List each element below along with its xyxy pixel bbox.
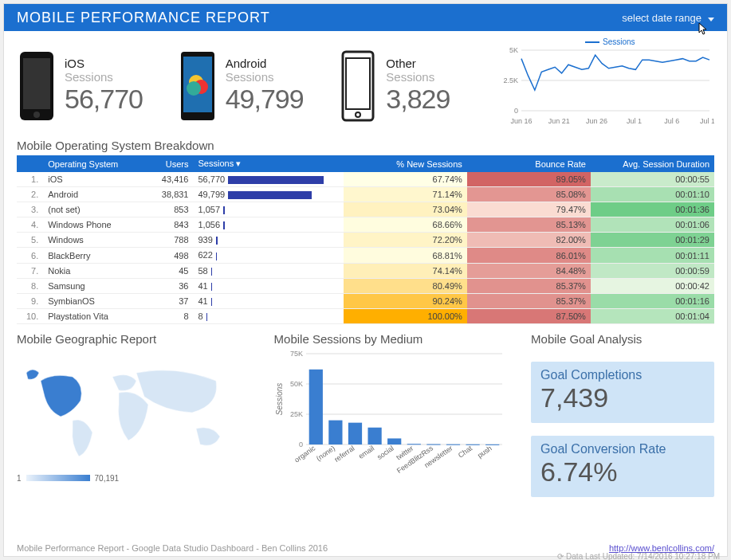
footer-text: Mobile Performance Report - Google Data … [17, 543, 328, 553]
svg-text:Jun 16: Jun 16 [511, 117, 533, 125]
stat-android: Android Sessions 49,799 [178, 41, 331, 131]
goals-title: Mobile Goal Analysis [531, 327, 714, 349]
table-row[interactable]: 1.iOS43,41656,77067.74%89.05%00:00:55 [17, 172, 714, 187]
svg-text:Jun 26: Jun 26 [586, 117, 607, 125]
th-bounce[interactable]: Bounce Rate [467, 155, 591, 172]
table-row[interactable]: 8.Samsung364180.49%85.37%00:00:42 [17, 278, 714, 293]
goal-completions-label: Goal Completions [540, 368, 705, 382]
svg-text:organic: organic [293, 444, 316, 464]
table-row[interactable]: 4.Windows Phone8431,05668.66%85.13%00:01… [17, 217, 714, 233]
os-breakdown-table: Operating System Users Sessions ▾ % New … [17, 155, 714, 324]
svg-text:referral: referral [332, 444, 356, 464]
report-title: MOBILE PERFORMANCE REPORT [17, 10, 270, 26]
stat-other-label: Sessions [386, 70, 450, 84]
stat-android-value: 49,799 [226, 84, 304, 115]
table-row[interactable]: 7.Nokia455874.14%84.48%00:00:59 [17, 263, 714, 278]
generic-phone-icon [338, 50, 378, 122]
os-table-title: Mobile Operating System Breakdown [4, 134, 727, 155]
stat-android-os: Android [226, 57, 304, 70]
svg-rect-37 [367, 428, 381, 444]
svg-rect-31 [309, 370, 322, 444]
svg-text:2.5K: 2.5K [504, 76, 519, 84]
svg-text:Chat: Chat [456, 444, 474, 459]
svg-point-2 [33, 112, 40, 118]
svg-rect-39 [387, 438, 401, 444]
sessions-sparkline[interactable]: Sessions 02.5K5KJun 16Jun 21Jun 26Jul 1J… [499, 41, 714, 131]
svg-rect-9 [346, 58, 370, 109]
svg-point-10 [356, 112, 360, 117]
map-legend: 1 70,191 [17, 474, 261, 483]
th-new[interactable]: % New Sessions [344, 155, 467, 172]
svg-text:0: 0 [514, 107, 518, 115]
svg-rect-33 [328, 421, 342, 444]
stat-ios-value: 56,770 [65, 84, 143, 115]
stat-android-label: Sessions [226, 70, 304, 84]
th-idx[interactable] [17, 155, 43, 172]
th-os[interactable]: Operating System [43, 155, 149, 172]
map-legend-max: 70,191 [95, 474, 120, 483]
svg-text:Jun 21: Jun 21 [548, 117, 570, 125]
svg-text:Jul 1: Jul 1 [627, 117, 642, 125]
report-frame: MOBILE PERFORMANCE REPORT select date ra… [3, 3, 728, 557]
svg-text:push: push [476, 444, 493, 459]
svg-text:Jul 6: Jul 6 [664, 117, 679, 125]
svg-rect-35 [348, 423, 361, 444]
svg-text:25K: 25K [290, 410, 303, 418]
svg-text:0: 0 [299, 441, 303, 448]
map-gradient [26, 475, 90, 481]
date-range-selector[interactable]: select date range [622, 12, 714, 24]
iphone-icon [17, 50, 57, 122]
goal-completions-card: Goal Completions 7,439 [531, 362, 714, 423]
svg-rect-1 [23, 58, 50, 109]
stat-ios: iOS Sessions 56,770 [17, 41, 170, 131]
goal-completions-value: 7,439 [540, 382, 705, 413]
table-row[interactable]: 6.BlackBerry49862268.81%86.01%00:01:11 [17, 248, 714, 263]
th-users[interactable]: Users [149, 155, 193, 172]
svg-point-7 [187, 81, 201, 96]
goal-conversion-card: Goal Conversion Rate 6.74% [531, 436, 714, 497]
svg-text:Jul 11: Jul 11 [700, 117, 714, 125]
last-updated: ⟳ Data Last Updated: 7/14/2016 10:27:18 … [557, 552, 720, 560]
svg-text:50K: 50K [290, 380, 303, 388]
svg-text:email: email [356, 444, 375, 460]
android-phone-icon [178, 50, 218, 122]
sessions-by-medium-chart[interactable]: 025K50K75Korganic(none)referralemailsoci… [274, 349, 519, 484]
svg-text:5K: 5K [509, 46, 518, 54]
th-dur[interactable]: Avg. Session Duration [591, 155, 714, 172]
svg-text:Sessions: Sessions [275, 383, 284, 416]
title-bar: MOBILE PERFORMANCE REPORT select date ra… [4, 4, 727, 31]
svg-text:(none): (none) [315, 444, 336, 462]
spark-legend: Sessions [585, 37, 635, 46]
stat-other-os: Other [386, 57, 450, 70]
svg-text:75K: 75K [290, 350, 303, 358]
svg-text:social: social [375, 444, 395, 460]
stat-other-value: 3,829 [386, 84, 450, 115]
table-row[interactable]: 2.Android38,83149,79971.14%85.08%00:01:1… [17, 187, 714, 202]
stat-ios-os: iOS [65, 57, 143, 70]
stat-other: Other Sessions 3,829 [338, 41, 491, 131]
bars-title: Mobile Sessions by Medium [274, 327, 519, 349]
goal-conversion-label: Goal Conversion Rate [540, 442, 705, 456]
th-sessions[interactable]: Sessions ▾ [194, 155, 344, 172]
table-row[interactable]: 10.Playstation Vita88100.00%87.50%00:01:… [17, 308, 714, 323]
stat-ios-label: Sessions [65, 70, 143, 84]
table-row[interactable]: 3.(not set)8531,05773.04%79.47%00:01:36 [17, 202, 714, 217]
table-row[interactable]: 9.SymbianOS374190.24%85.37%00:01:16 [17, 293, 714, 308]
geo-title: Mobile Geographic Report [17, 327, 261, 349]
table-row[interactable]: 5.Windows78893972.20%82.00%00:01:29 [17, 233, 714, 248]
geo-map[interactable] [17, 349, 240, 468]
goal-conversion-value: 6.74% [540, 456, 705, 488]
map-legend-min: 1 [17, 474, 22, 483]
